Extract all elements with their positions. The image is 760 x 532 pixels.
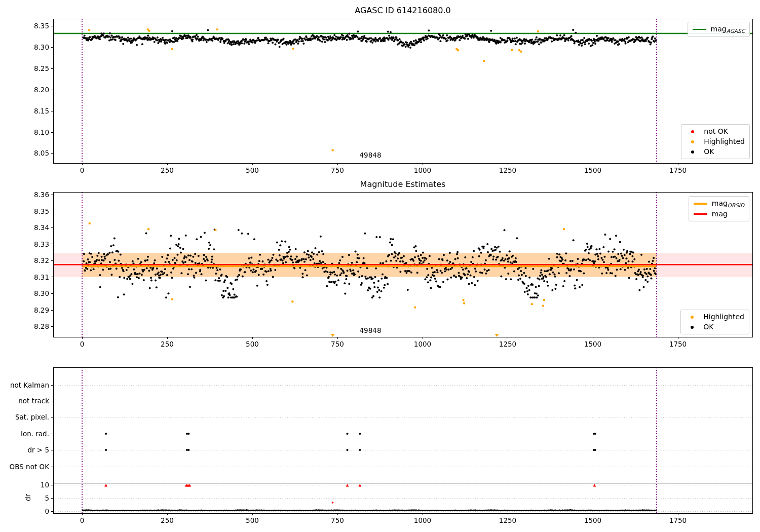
line-sample (694, 213, 707, 215)
y-tick-label: 8.30 (0, 289, 49, 297)
x-tick-label: 1750 (669, 340, 687, 348)
legend-item: Highlighted (686, 313, 744, 321)
legend-label: not OK (704, 127, 728, 136)
y-tick-label: 8.05 (0, 149, 49, 157)
legend-label: OK (703, 323, 713, 331)
x-tick-label: 1000 (414, 166, 431, 174)
legend-marker-dot (691, 140, 694, 143)
y-tick-label: 8.31 (0, 273, 49, 281)
plot1-obsid-annotation: 49848 (360, 151, 382, 159)
y-tick-label: 8.36 (0, 191, 49, 199)
plot2-obsid-annotation: 49848 (360, 326, 382, 334)
x-tick-label: 750 (331, 516, 344, 524)
legend-marker-dot (691, 150, 694, 154)
y-tick-label: not Kalman (0, 381, 49, 389)
y-tick-label: 8.32 (0, 256, 49, 264)
legend-item: magOBSID (694, 199, 744, 208)
x-tick-label: 1500 (584, 166, 601, 174)
plot1-title: AGASC ID 614216080.0 (355, 6, 450, 15)
y-tick-label: 8.25 (0, 64, 49, 72)
x-tick-label: 250 (161, 340, 174, 348)
legend-marker-dot (691, 326, 694, 329)
x-tick-label: 0 (80, 166, 85, 174)
plot1-marker-legend: not OKHighlightedOK (681, 124, 750, 159)
x-tick-label: 1250 (499, 516, 516, 524)
legend-item: OK (686, 147, 745, 156)
y-tick-label: Ion. rad. (0, 430, 49, 438)
plot2-title: Magnitude Estimates (360, 179, 446, 189)
plot2-line-legend: magOBSIDmag (689, 196, 749, 221)
y-tick-label: 8.33 (0, 240, 49, 248)
y-tick-label: 0 (0, 507, 49, 515)
x-tick-label: 1500 (584, 340, 601, 348)
line-sample (694, 203, 707, 205)
y-tick-label: 8.35 (0, 207, 49, 215)
legend-item: not OK (686, 127, 745, 136)
y-tick-label: 8.15 (0, 107, 49, 115)
figure: AGASC ID 614216080.0 Magnitude Estimates… (0, 0, 760, 532)
legend-label: magAGASC (711, 25, 745, 34)
y-tick-label: 8.29 (0, 306, 49, 314)
x-tick-label: 1250 (499, 340, 516, 348)
x-tick-label: 0 (80, 340, 85, 348)
y-tick-label: OBS not OK (0, 463, 49, 471)
x-tick-label: 750 (331, 166, 344, 174)
chart-canvas (0, 0, 760, 532)
legend-item: OK (686, 323, 744, 331)
x-tick-label: 1000 (414, 340, 431, 348)
legend-marker-dot (691, 130, 694, 133)
x-tick-label: 250 (161, 516, 174, 524)
y-tick-label: 8.10 (0, 128, 49, 136)
y-tick-label: Sat. pixel. (0, 413, 49, 421)
x-tick-label: 250 (161, 166, 174, 174)
legend-marker-dot (691, 316, 694, 319)
legend-label: Highlighted (703, 313, 744, 321)
legend-label: OK (704, 147, 714, 156)
green-line-sample (693, 29, 706, 30)
y-tick-label: 8.20 (0, 86, 49, 94)
x-tick-label: 1750 (669, 166, 687, 174)
x-tick-label: 1500 (584, 516, 601, 524)
legend-item-mag-agasc: magAGASC (693, 25, 745, 34)
legend-label: magOBSID (712, 199, 744, 208)
y-tick-label: dr > 5 (0, 446, 49, 454)
x-tick-label: 0 (80, 516, 85, 524)
x-tick-label: 1000 (414, 516, 431, 524)
plot1-line-legend: magAGASC (688, 22, 750, 37)
y-tick-label: 8.28 (0, 322, 49, 330)
x-tick-label: 500 (246, 340, 259, 348)
legend-item: Highlighted (686, 137, 745, 146)
y-tick-label: 8.35 (0, 22, 49, 30)
y-tick-label: 5 (0, 494, 49, 502)
legend-item: mag (694, 210, 744, 218)
x-tick-label: 1250 (499, 166, 516, 174)
y-tick-label: not track (0, 397, 49, 405)
x-tick-label: 500 (246, 166, 259, 174)
y-tick-label: 10 (0, 481, 49, 489)
plot2-marker-legend: HighlightedOK (680, 310, 749, 334)
x-tick-label: 500 (246, 516, 259, 524)
y-tick-label: 8.30 (0, 43, 49, 51)
legend-label: mag (712, 210, 728, 218)
legend-label: Highlighted (704, 137, 745, 146)
y-tick-label: 8.34 (0, 223, 49, 232)
x-tick-label: 750 (331, 340, 344, 348)
x-tick-label: 1750 (669, 516, 687, 524)
